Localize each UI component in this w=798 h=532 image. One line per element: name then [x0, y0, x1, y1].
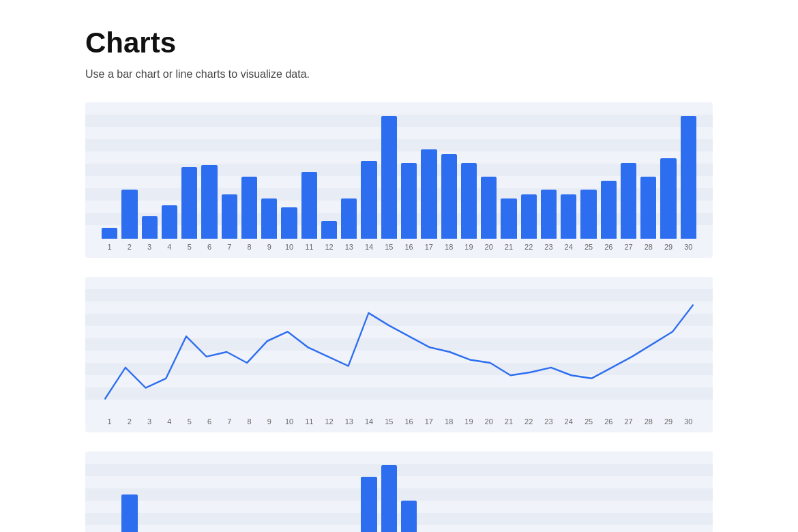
- x-label-line: 8: [241, 417, 257, 426]
- x-label-line: 6: [201, 417, 217, 426]
- x-label: 24: [561, 243, 576, 251]
- bar: [102, 228, 117, 239]
- x-label-line: 1: [102, 417, 117, 426]
- x-label: 16: [401, 243, 417, 251]
- x-label: 25: [580, 243, 596, 251]
- bar-chart-area-1: [99, 116, 699, 239]
- x-label: 15: [381, 243, 397, 251]
- x-label: 5: [181, 243, 197, 251]
- x-label-line: 14: [361, 417, 376, 426]
- x-label: 17: [421, 243, 437, 251]
- x-label: 11: [301, 243, 317, 251]
- line-chart-area: [99, 291, 699, 413]
- x-label-line: 20: [481, 417, 497, 426]
- page-subtitle: Use a bar chart or line charts to visual…: [85, 68, 713, 80]
- bar-chart-2: [85, 452, 713, 532]
- x-label-line: 15: [381, 417, 397, 426]
- x-label-line: 9: [261, 417, 277, 426]
- bar: [580, 190, 596, 239]
- x-label-line: 11: [301, 417, 317, 426]
- bar-chart-area-2: [99, 465, 699, 532]
- x-label: 1: [102, 243, 117, 251]
- bar: [681, 116, 696, 239]
- bar: [361, 161, 376, 239]
- bar: [401, 501, 417, 532]
- x-label-line: 25: [580, 417, 596, 426]
- bar: [162, 205, 177, 239]
- x-label: 3: [142, 243, 158, 251]
- x-axis-2: 1234567891011121314151617181920212223242…: [99, 413, 699, 426]
- bar: [561, 194, 576, 239]
- x-label-line: 13: [341, 417, 357, 426]
- x-label: 22: [521, 243, 537, 251]
- bar-chart-1: 1234567891011121314151617181920212223242…: [85, 102, 713, 258]
- x-label-line: 18: [441, 417, 457, 426]
- bar: [421, 149, 437, 239]
- bar: [481, 177, 497, 239]
- x-label: 13: [341, 243, 357, 251]
- bar: [461, 163, 477, 239]
- x-label-line: 5: [181, 417, 197, 426]
- x-label-line: 24: [561, 417, 576, 426]
- x-label: 10: [281, 243, 297, 251]
- x-label: 7: [222, 243, 237, 251]
- bar: [601, 181, 617, 239]
- x-label-line: 17: [421, 417, 437, 426]
- bar: [541, 190, 557, 239]
- x-label-line: 3: [142, 417, 158, 426]
- x-label-line: 26: [601, 417, 617, 426]
- x-label-line: 29: [660, 417, 676, 426]
- x-label: 4: [162, 243, 177, 251]
- x-label: 27: [621, 243, 636, 251]
- page-title: Charts: [85, 27, 713, 59]
- x-label: 20: [481, 243, 497, 251]
- x-label-line: 19: [461, 417, 477, 426]
- bar: [381, 465, 397, 532]
- x-label: 8: [241, 243, 257, 251]
- x-label: 29: [660, 243, 676, 251]
- x-axis-1: 1234567891011121314151617181920212223242…: [99, 239, 699, 251]
- bar: [121, 494, 137, 532]
- line-chart-1: 1234567891011121314151617181920212223242…: [85, 277, 713, 432]
- bar: [121, 190, 137, 239]
- page-container: Charts Use a bar chart or line charts to…: [58, 27, 740, 532]
- bar: [640, 177, 656, 239]
- x-label: 19: [461, 243, 477, 251]
- bar: [381, 116, 397, 239]
- x-label-line: 27: [621, 417, 636, 426]
- x-label: 21: [501, 243, 516, 251]
- x-label: 26: [601, 243, 617, 251]
- x-label-line: 23: [541, 417, 557, 426]
- bar: [241, 177, 257, 239]
- x-label-line: 16: [401, 417, 417, 426]
- x-label-line: 21: [501, 417, 516, 426]
- x-label-line: 28: [640, 417, 656, 426]
- x-label: 9: [261, 243, 277, 251]
- x-label: 2: [121, 243, 137, 251]
- bar: [222, 194, 237, 239]
- bar: [501, 198, 516, 239]
- bar: [321, 221, 337, 239]
- x-label: 30: [681, 243, 696, 251]
- bar: [142, 216, 158, 239]
- x-label-line: 30: [681, 417, 696, 426]
- x-label-line: 4: [162, 417, 177, 426]
- x-label-line: 22: [521, 417, 537, 426]
- line-chart-svg: [99, 291, 699, 413]
- bar: [621, 163, 636, 239]
- bar: [441, 154, 457, 239]
- x-label: 18: [441, 243, 457, 251]
- x-label: 14: [361, 243, 376, 251]
- x-label-line: 7: [222, 417, 237, 426]
- bar: [521, 194, 537, 239]
- bar: [181, 167, 197, 239]
- x-label-line: 12: [321, 417, 337, 426]
- bar: [660, 158, 676, 239]
- bar: [281, 207, 297, 239]
- x-label: 28: [640, 243, 656, 251]
- bar: [301, 172, 317, 239]
- bar: [341, 198, 357, 239]
- bar: [401, 163, 417, 239]
- x-label: 6: [201, 243, 217, 251]
- x-label-line: 2: [121, 417, 137, 426]
